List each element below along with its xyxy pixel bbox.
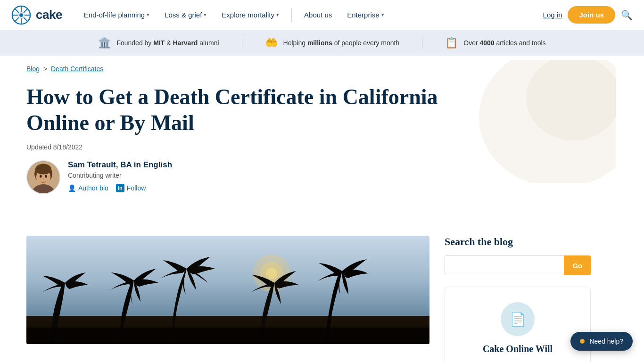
nav-links: End-of-life planning ▾ Loss & grief ▾ Ex… — [77, 7, 543, 23]
sidebar-card: 📄 Cake Online Will — [445, 287, 591, 362]
search-input[interactable] — [445, 255, 564, 275]
nav-item-loss[interactable]: Loss & grief ▾ — [158, 7, 213, 23]
banner-item-founded: 🏛️ Founded by MIT & Harvard alumni — [75, 37, 241, 49]
article-updated: Updated 8/18/2022 — [26, 143, 453, 151]
nav-item-about[interactable]: About us — [297, 7, 339, 23]
author-section: Sam Tetrault, BA in English Contributing… — [26, 160, 453, 194]
author-info: Sam Tetrault, BA in English Contributing… — [68, 160, 172, 192]
svg-point-25 — [266, 268, 277, 279]
logo-text: cake — [36, 8, 62, 22]
document-icon: 📄 — [501, 302, 535, 336]
nav-item-enterprise[interactable]: Enterprise ▾ — [340, 7, 390, 23]
person-icon: 👤 — [68, 184, 76, 192]
sidebar-card-title: Cake Online Will — [456, 344, 579, 354]
author-name: Sam Tetrault, BA in English — [68, 160, 172, 170]
sidebar: Search the blog Go 📄 Cake Online Will — [445, 236, 591, 362]
svg-point-20 — [43, 178, 44, 180]
breadcrumb-current[interactable]: Death Certificates — [51, 65, 103, 73]
login-link[interactable]: Log in — [543, 11, 562, 19]
breadcrumb: Blog > Death Certificates — [0, 56, 644, 73]
chat-status-dot — [580, 339, 585, 344]
heart-hands-icon: 🤲 — [265, 37, 278, 49]
author-role: Contributing writer — [68, 172, 172, 179]
banner-item-articles: 📋 Over 4000 articles and tools — [422, 37, 568, 49]
logo-link[interactable]: cake — [11, 5, 62, 25]
chevron-down-icon: ▾ — [204, 12, 206, 18]
search-icon[interactable]: 🔍 — [621, 9, 633, 21]
svg-point-18 — [40, 175, 42, 178]
article-header-area: How to Get a Death Certificate in Califo… — [0, 73, 644, 224]
article-image — [26, 236, 429, 344]
svg-line-8 — [24, 9, 27, 12]
nav-item-mortality[interactable]: Explore mortality ▾ — [215, 7, 286, 23]
linkedin-icon: in — [116, 184, 124, 192]
author-follow-link[interactable]: in Follow — [116, 184, 146, 192]
main-nav: cake End-of-life planning ▾ Loss & grief… — [0, 0, 644, 30]
breadcrumb-blog[interactable]: Blog — [26, 65, 40, 73]
avatar-image — [27, 161, 59, 193]
banner-item-helping: 🤲 Helping millions of people every month — [242, 37, 422, 49]
article-header: How to Get a Death Certificate in Califo… — [26, 73, 453, 194]
avatar — [26, 160, 60, 194]
chat-bubble[interactable]: Need help? — [570, 332, 633, 351]
nav-right: Log in Join us 🔍 — [543, 6, 633, 24]
search-row: Go — [445, 255, 591, 275]
chat-label: Need help? — [589, 337, 623, 345]
svg-line-7 — [24, 17, 27, 21]
svg-point-16 — [35, 164, 51, 175]
sidebar-search-label: Search the blog — [445, 236, 591, 248]
article-title: How to Get a Death Certificate in Califo… — [26, 84, 453, 136]
chevron-down-icon: ▾ — [147, 12, 149, 18]
nav-item-eol[interactable]: End-of-life planning ▾ — [77, 7, 156, 23]
svg-point-10 — [19, 13, 23, 17]
content-wrapper: How to Get a Death Certificate in Califo… — [0, 73, 644, 224]
svg-line-9 — [16, 17, 19, 21]
document-icon: 📋 — [445, 37, 458, 49]
author-bio-link[interactable]: 👤 Author bio — [68, 184, 108, 192]
institution-icon: 🏛️ — [98, 37, 111, 49]
sidebar-spacer — [471, 73, 618, 224]
chevron-down-icon: ▾ — [381, 12, 384, 18]
search-go-button[interactable]: Go — [564, 255, 591, 275]
author-links: 👤 Author bio in Follow — [68, 184, 172, 192]
svg-rect-26 — [26, 328, 429, 344]
image-sidebar-row: Search the blog Go 📄 Cake Online Will — [0, 236, 644, 362]
chevron-down-icon: ▾ — [276, 12, 279, 18]
join-button[interactable]: Join us — [568, 6, 615, 24]
breadcrumb-separator: > — [43, 65, 47, 73]
svg-point-19 — [45, 175, 47, 178]
info-banner: 🏛️ Founded by MIT & Harvard alumni 🤲 Hel… — [0, 30, 644, 56]
nav-divider — [291, 8, 292, 22]
main-content: How to Get a Death Certificate in Califo… — [26, 73, 453, 224]
page-body: Blog > Death Certificates How to Get a D… — [0, 56, 644, 362]
svg-line-6 — [16, 9, 19, 12]
